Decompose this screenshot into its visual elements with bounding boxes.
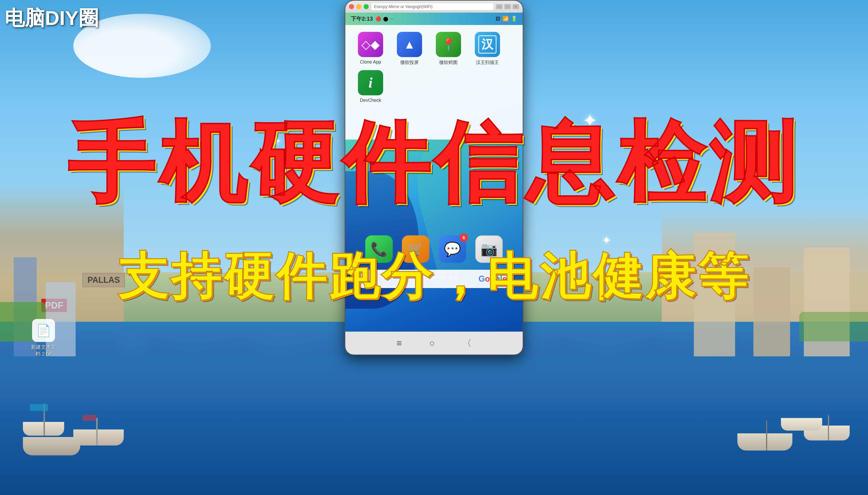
nav-menu-btn[interactable]: ≡ <box>396 338 402 348</box>
window-controls: — □ ✕ <box>496 4 519 9</box>
weisoft-doc-icon: 📍 <box>436 32 461 57</box>
desktop-icons: 📄 新建文本文档 2.txt <box>28 319 59 362</box>
devcheck-icon: i <box>358 70 383 95</box>
window-ctrl-min[interactable]: — <box>496 4 503 9</box>
status-wifi: 📶 <box>503 16 509 22</box>
status-more: ··· <box>390 16 394 22</box>
window-close-btn[interactable] <box>349 4 354 9</box>
status-dot2: ⬤ <box>383 16 388 21</box>
app-row-2: i DevCheck <box>354 70 514 103</box>
status-signal: 🔴 <box>376 16 381 21</box>
window-title: Esircpy Mirror or Vangogh(WiFi) <box>371 3 494 10</box>
map-symbol: 📍 <box>441 38 456 52</box>
headline-main-text: 手机硬件信息检测 <box>67 119 801 206</box>
boat6 <box>781 418 822 431</box>
channel-logo-text: 电脑DIY圈 <box>4 4 99 32</box>
phone-status-bar: 下午2:13 🔴 ⬤ ··· 🖼 📶 🔋 <box>345 13 523 25</box>
status-time: 下午2:13 <box>351 15 373 22</box>
messages-badge: 6 <box>460 234 468 242</box>
phone-window-bar: Esircpy Mirror or Vangogh(WiFi) — □ ✕ <box>345 1 523 13</box>
boat-mast2 <box>96 418 98 445</box>
desktop-icon-img: 📄 <box>32 319 55 342</box>
clone-app-icon: ◇◆ <box>358 32 383 57</box>
hanzi-symbol: 汉 <box>478 35 497 54</box>
app-weisoft-screen[interactable]: ▲ 微软投屏 <box>394 32 426 66</box>
hanzi-icon: 汉 <box>475 32 500 57</box>
channel-logo: 电脑DIY圈 <box>4 4 99 32</box>
status-battery: 🔋 <box>511 16 517 22</box>
status-icons-right: 🖼 📶 🔋 <box>496 16 517 22</box>
boat3 <box>23 437 80 455</box>
headline-sub: 支持硬件跑分，电池健康等 <box>0 243 868 311</box>
app-hanzi[interactable]: 汉 汉王扫描王 <box>471 32 503 66</box>
app-clone-app[interactable]: ◇◆ Clone App <box>354 32 386 66</box>
window-minimize-btn[interactable] <box>356 4 361 9</box>
window-maximize-btn[interactable] <box>364 4 369 9</box>
app-row-1: ◇◆ Clone App ▲ 微软投屏 📍 <box>354 32 514 66</box>
headline-main: 手机硬件信息检测 <box>0 119 868 206</box>
mountain-symbol: ▲ <box>403 38 415 51</box>
phone-nav-bar: ≡ ○ 〈 <box>345 331 523 355</box>
nav-home-btn[interactable]: ○ <box>430 338 435 348</box>
status-icons-left: 🔴 ⬤ ··· <box>376 16 394 22</box>
window-ctrl-close[interactable]: ✕ <box>513 4 519 9</box>
app-weisoft-doc[interactable]: 📍 微软鳄图 <box>432 32 465 66</box>
boat-mast3 <box>828 415 829 441</box>
app-devcheck[interactable]: i DevCheck <box>354 70 386 103</box>
desktop-icon-label: 新建文本文档 2.txt <box>31 344 56 358</box>
tarp2 <box>83 415 96 421</box>
status-screenshot: 🖼 <box>496 16 500 21</box>
clone-app-label: Clone App <box>360 59 381 65</box>
boat-mast4 <box>766 421 767 450</box>
boat2 <box>73 429 124 445</box>
headline-sub-text: 支持硬件跑分，电池健康等 <box>118 243 750 311</box>
boat5 <box>737 433 793 450</box>
desktop-icon-symbol: 📄 <box>36 324 51 338</box>
weisoft-screen-icon: ▲ <box>397 32 422 57</box>
vegetation2 <box>799 312 868 342</box>
weisoft-screen-label: 微软投屏 <box>400 59 419 66</box>
desktop-icon-txt[interactable]: 📄 新建文本文档 2.txt <box>28 319 59 358</box>
window-ctrl-max[interactable]: □ <box>504 4 511 9</box>
hanzi-label: 汉王扫描王 <box>476 59 499 66</box>
nav-back-btn[interactable]: 〈 <box>463 337 472 349</box>
devcheck-symbol: i <box>368 74 372 91</box>
tarp1 <box>30 404 48 411</box>
devcheck-label: DevCheck <box>360 98 381 103</box>
weisoft-doc-label: 微软鳄图 <box>439 59 457 66</box>
